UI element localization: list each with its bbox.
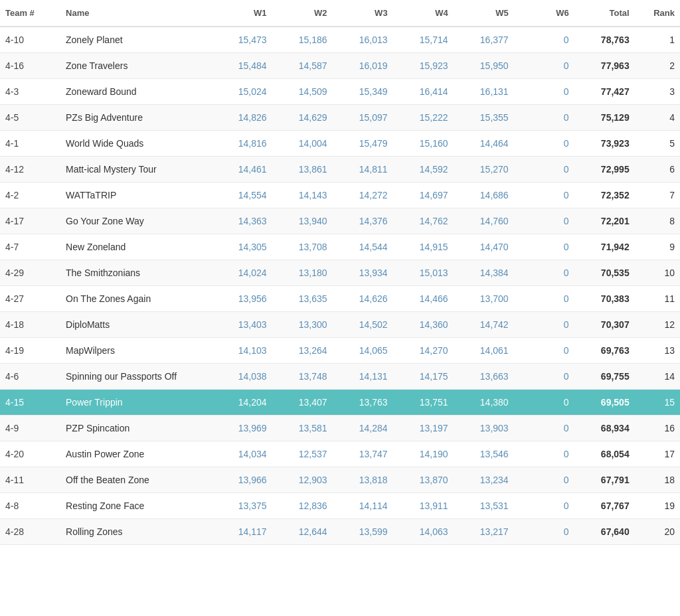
cell-rank: 10: [635, 260, 680, 286]
table-row: 4-10 Zonely Planet 15,473 15,186 16,013 …: [0, 27, 680, 53]
cell-w6: 0: [514, 390, 574, 416]
cell-team: 4-18: [0, 312, 60, 338]
table-row: 4-9 PZP Spincation 13,969 13,581 14,284 …: [0, 416, 680, 441]
cell-team: 4-12: [0, 157, 60, 183]
cell-w4: 13,751: [393, 390, 454, 416]
cell-name: PZP Spincation: [60, 416, 212, 441]
cell-name: WATTaTRIP: [60, 183, 212, 208]
cell-w4: 15,923: [393, 53, 454, 79]
table-row: 4-18 DiploMatts 13,403 13,300 14,502 14,…: [0, 312, 680, 338]
header-total: Total: [574, 0, 635, 27]
cell-w2: 13,708: [272, 234, 333, 260]
cell-w3: 14,811: [333, 157, 393, 183]
cell-w4: 15,714: [393, 27, 454, 53]
cell-w6: 0: [514, 441, 574, 467]
cell-w6: 0: [514, 286, 574, 312]
cell-w5: 14,686: [454, 183, 514, 208]
table-row: 4-2 WATTaTRIP 14,554 14,143 14,272 14,69…: [0, 183, 680, 208]
cell-w2: 14,587: [272, 53, 333, 79]
cell-total: 70,535: [574, 260, 635, 286]
cell-w3: 13,599: [333, 519, 393, 545]
cell-w6: 0: [514, 79, 574, 105]
cell-w3: 14,544: [333, 234, 393, 260]
table-row: 4-1 World Wide Quads 14,816 14,004 15,47…: [0, 131, 680, 157]
cell-w2: 12,644: [272, 519, 333, 545]
cell-w2: 13,264: [272, 338, 333, 364]
cell-total: 67,791: [574, 467, 635, 493]
cell-team: 4-11: [0, 467, 60, 493]
cell-total: 72,352: [574, 183, 635, 208]
cell-w5: 13,663: [454, 364, 514, 390]
cell-w1: 13,969: [212, 416, 272, 441]
cell-w2: 12,537: [272, 441, 333, 467]
cell-w2: 13,861: [272, 157, 333, 183]
cell-w5: 14,742: [454, 312, 514, 338]
cell-rank: 6: [635, 157, 680, 183]
cell-w2: 14,004: [272, 131, 333, 157]
cell-w3: 13,763: [333, 390, 393, 416]
cell-w3: 13,818: [333, 467, 393, 493]
cell-w6: 0: [514, 157, 574, 183]
cell-rank: 19: [635, 493, 680, 519]
cell-w3: 14,626: [333, 286, 393, 312]
cell-rank: 9: [635, 234, 680, 260]
cell-w5: 13,546: [454, 441, 514, 467]
cell-w2: 14,143: [272, 183, 333, 208]
cell-rank: 13: [635, 338, 680, 364]
cell-w2: 13,581: [272, 416, 333, 441]
cell-w2: 13,940: [272, 208, 333, 234]
table-row: 4-27 On The Zones Again 13,956 13,635 14…: [0, 286, 680, 312]
cell-w2: 14,629: [272, 105, 333, 131]
cell-w4: 15,222: [393, 105, 454, 131]
cell-w3: 15,349: [333, 79, 393, 105]
header-w6: W6: [514, 0, 574, 27]
cell-name: On The Zones Again: [60, 286, 212, 312]
cell-name: Power Trippin: [60, 390, 212, 416]
cell-w1: 14,554: [212, 183, 272, 208]
table-row: 4-11 Off the Beaten Zone 13,966 12,903 1…: [0, 467, 680, 493]
cell-name: DiploMatts: [60, 312, 212, 338]
cell-name: MapWilpers: [60, 338, 212, 364]
cell-name: Zone Travelers: [60, 53, 212, 79]
cell-team: 4-15: [0, 390, 60, 416]
cell-team: 4-1: [0, 131, 60, 157]
cell-w6: 0: [514, 183, 574, 208]
cell-rank: 1: [635, 27, 680, 53]
cell-total: 67,767: [574, 493, 635, 519]
table-row: 4-5 PZs Big Adventure 14,826 14,629 15,0…: [0, 105, 680, 131]
cell-w3: 16,013: [333, 27, 393, 53]
cell-w4: 14,466: [393, 286, 454, 312]
cell-team: 4-2: [0, 183, 60, 208]
header-w3: W3: [333, 0, 393, 27]
cell-w1: 14,034: [212, 441, 272, 467]
cell-name: Zonely Planet: [60, 27, 212, 53]
cell-team: 4-3: [0, 79, 60, 105]
cell-w6: 0: [514, 234, 574, 260]
cell-w6: 0: [514, 208, 574, 234]
cell-w4: 14,190: [393, 441, 454, 467]
cell-w3: 14,376: [333, 208, 393, 234]
header-name: Name: [60, 0, 212, 27]
cell-rank: 7: [635, 183, 680, 208]
cell-name: Zoneward Bound: [60, 79, 212, 105]
cell-total: 77,427: [574, 79, 635, 105]
cell-name: Austin Power Zone: [60, 441, 212, 467]
cell-total: 77,963: [574, 53, 635, 79]
cell-w4: 14,063: [393, 519, 454, 545]
table-row: 4-12 Matt-ical Mystery Tour 14,461 13,86…: [0, 157, 680, 183]
cell-team: 4-8: [0, 493, 60, 519]
cell-w1: 14,103: [212, 338, 272, 364]
cell-w6: 0: [514, 364, 574, 390]
cell-total: 69,755: [574, 364, 635, 390]
cell-w3: 14,284: [333, 416, 393, 441]
cell-w4: 14,175: [393, 364, 454, 390]
cell-rank: 8: [635, 208, 680, 234]
cell-w3: 14,131: [333, 364, 393, 390]
cell-w6: 0: [514, 493, 574, 519]
cell-total: 75,129: [574, 105, 635, 131]
cell-w1: 15,024: [212, 79, 272, 105]
cell-rank: 2: [635, 53, 680, 79]
cell-rank: 17: [635, 441, 680, 467]
cell-w2: 14,509: [272, 79, 333, 105]
cell-rank: 20: [635, 519, 680, 545]
